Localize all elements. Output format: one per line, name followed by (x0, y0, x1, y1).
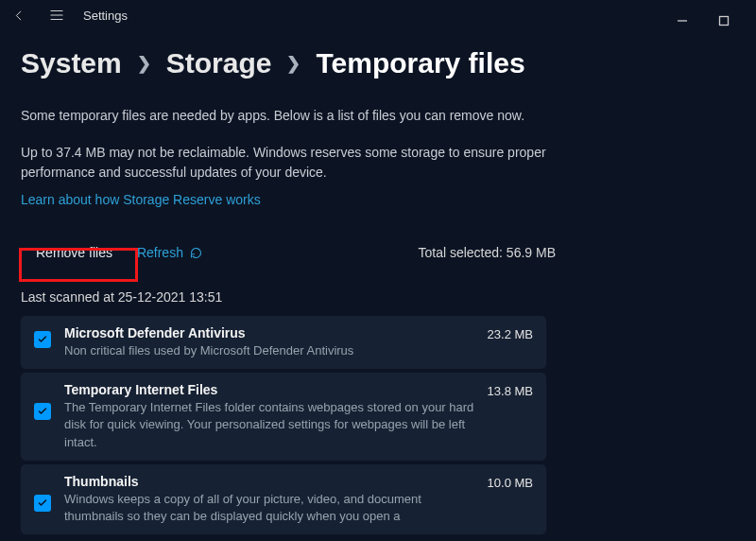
item-title: Thumbnails (64, 474, 474, 489)
remove-files-button[interactable]: Remove files (21, 236, 128, 269)
last-scanned: Last scanned at 25-12-2021 13:51 (21, 289, 735, 305)
checkbox[interactable] (34, 331, 51, 348)
back-button[interactable] (8, 4, 30, 26)
titlebar: Settings (0, 0, 756, 30)
intro-text-1: Some temporary files are needed by apps.… (21, 106, 550, 126)
item-description: Non critical files used by Microsoft Def… (64, 342, 474, 359)
temp-file-list: Microsoft Defender Antivirus Non critica… (21, 316, 735, 534)
learn-more-link[interactable]: Learn about how Storage Reserve works (21, 192, 261, 207)
refresh-button[interactable]: Refresh (137, 245, 203, 260)
item-size: 23.2 MB (488, 327, 533, 341)
chevron-icon: ❯ (137, 53, 151, 74)
checkbox[interactable] (34, 495, 51, 512)
item-size: 10.0 MB (488, 476, 533, 490)
menu-button[interactable] (45, 4, 68, 26)
item-size: 13.8 MB (488, 384, 533, 398)
list-item[interactable]: Temporary Internet Files The Temporary I… (21, 373, 546, 461)
window-minimize[interactable] (663, 8, 701, 34)
window-maximize[interactable] (705, 8, 743, 34)
breadcrumb-system[interactable]: System (21, 47, 122, 79)
list-item[interactable]: Thumbnails Windows keeps a copy of all o… (21, 464, 546, 534)
refresh-icon (189, 246, 203, 260)
chevron-icon: ❯ (286, 53, 301, 74)
item-description: The Temporary Internet Files folder cont… (64, 399, 474, 451)
item-description: Windows keeps a copy of all of your pict… (64, 491, 474, 525)
item-title: Temporary Internet Files (64, 382, 474, 397)
breadcrumb-storage[interactable]: Storage (166, 47, 272, 79)
svg-rect-1 (720, 17, 729, 26)
refresh-label: Refresh (137, 245, 183, 260)
total-selected: Total selected: 56.9 MB (418, 245, 556, 260)
app-title: Settings (83, 9, 128, 23)
list-item[interactable]: Microsoft Defender Antivirus Non critica… (21, 316, 546, 369)
intro-text-2: Up to 37.4 MB may not be reclaimable. Wi… (21, 143, 550, 183)
checkbox[interactable] (34, 403, 51, 420)
action-row: Remove files Refresh Total selected: 56.… (21, 236, 735, 269)
item-title: Microsoft Defender Antivirus (64, 325, 474, 340)
breadcrumb: System ❯ Storage ❯ Temporary files (21, 47, 735, 79)
breadcrumb-current: Temporary files (316, 47, 524, 79)
